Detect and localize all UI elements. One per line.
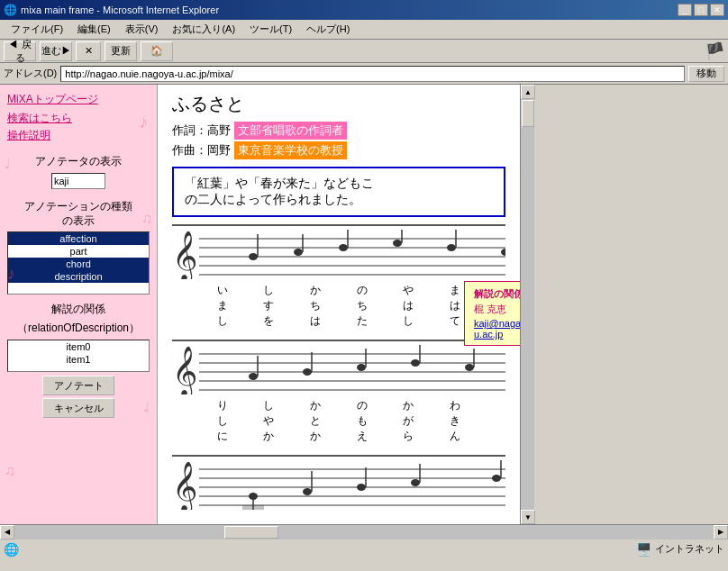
- address-bar: アドレス(D) 移動: [0, 63, 728, 85]
- description-box: 「紅葉」や「春が来た」などもこ の二人によって作られました。: [172, 167, 505, 217]
- annotate-button[interactable]: アノテート: [42, 376, 114, 395]
- svg-point-61: [357, 484, 366, 491]
- staff-section-3: 𝄞: [172, 455, 505, 510]
- staff-svg-3: 𝄞: [172, 460, 505, 510]
- scroll-thumb[interactable]: [522, 100, 534, 127]
- close-button[interactable]: ✕: [710, 4, 724, 16]
- annotation-type-affection[interactable]: affection: [8, 232, 149, 245]
- lyric-cell-2b: し や か: [246, 398, 291, 444]
- staff-svg-1: 𝄞: [172, 230, 505, 279]
- cancel-button[interactable]: キャンセル: [42, 398, 114, 418]
- relation-listbox[interactable]: item0 item1: [7, 340, 150, 372]
- lyricist-label: 作詞：: [172, 122, 207, 139]
- menu-bar: ファイル(F) 編集(E) 表示(V) お気に入り(A) ツール(T) ヘルプ(…: [0, 20, 728, 40]
- go-button[interactable]: 移動: [688, 66, 724, 82]
- description-text1: 「紅葉」や「春が来た」などもこ: [185, 176, 493, 192]
- lyrics-row-2: り し に し や か か と か の: [172, 398, 505, 444]
- svg-point-12: [393, 240, 402, 247]
- minimize-button[interactable]: _: [678, 4, 692, 16]
- staff-lines-2: 𝄞: [172, 345, 505, 394]
- annotation-input[interactable]: [51, 173, 105, 189]
- composer-info: 作詞： 高野 文部省唱歌の作詞者 作曲： 岡野 東京音楽学校の教授: [172, 122, 505, 159]
- lyrics-row-1: い ま し し す を か ち は の: [172, 283, 505, 329]
- ie-toolbar: ◀ 戻る 進む▶ ✕ 更新 🏠 🏴: [0, 40, 728, 63]
- lyricist-highlight[interactable]: 文部省唱歌の作詞者: [234, 122, 347, 140]
- annotation-type-part[interactable]: part: [8, 245, 149, 258]
- relation-item1[interactable]: item1: [8, 353, 149, 366]
- composer-label: 作曲：: [172, 142, 207, 159]
- staff-section-1: 𝄞: [172, 224, 505, 329]
- scroll-track[interactable]: [521, 99, 534, 510]
- staff-section-2: 𝄞: [172, 340, 505, 444]
- svg-point-14: [447, 244, 456, 251]
- scroll-down-button[interactable]: ▼: [521, 510, 535, 524]
- annotation-type-listbox[interactable]: affection part chord description: [7, 231, 150, 295]
- title-bar: 🌐 mixa main frame - Microsoft Internet E…: [0, 0, 728, 20]
- intranet-icon: 🖥️: [636, 542, 651, 557]
- back-button[interactable]: ◀ 戻る: [4, 41, 36, 61]
- address-input[interactable]: [60, 66, 685, 82]
- relation-section: 解説の関係 （relationOfDescription） item0 item…: [7, 302, 150, 418]
- menu-favorites[interactable]: お気に入り(A): [165, 21, 242, 38]
- horizontal-scrollbar[interactable]: ◀ ▶: [0, 524, 728, 539]
- popup-email[interactable]: kaji@nagao.nuie.nagoya-u.ac.jp: [474, 318, 520, 340]
- lyric-cell-3b: か と か: [293, 398, 338, 444]
- staff-lines-3: 𝄞: [172, 460, 505, 510]
- vertical-scrollbar[interactable]: ▲ ▼: [520, 85, 534, 524]
- operation-link[interactable]: 操作説明: [7, 128, 150, 143]
- menu-edit[interactable]: 編集(E): [70, 21, 118, 38]
- top-page-link[interactable]: MiXAトップページ: [7, 92, 150, 107]
- lyric-cell-4a: の ち た: [340, 283, 385, 329]
- relation-sublabel: （relationOfDescription）: [7, 321, 150, 336]
- lyric-cell-5b: か が ら: [386, 398, 431, 444]
- svg-point-33: [303, 368, 312, 376]
- h-scroll-track[interactable]: [14, 525, 714, 539]
- relation-item0[interactable]: item0: [8, 340, 149, 353]
- lyric-cell-1b: り し に: [200, 398, 245, 444]
- svg-point-8: [294, 249, 303, 256]
- annotation-type-description[interactable]: description: [8, 270, 149, 283]
- menu-view[interactable]: 表示(V): [118, 21, 166, 38]
- menu-tools[interactable]: ツール(T): [242, 21, 299, 38]
- stop-button[interactable]: ✕: [76, 41, 101, 61]
- scroll-up-button[interactable]: ▲: [521, 85, 535, 99]
- search-link[interactable]: 検索はこちら: [7, 111, 150, 126]
- svg-point-37: [411, 359, 420, 367]
- composer-name: 岡野: [207, 142, 231, 159]
- annotation-type-chord[interactable]: chord: [8, 258, 149, 270]
- annotation-type-section: アノテーションの種類の表示 affection part chord descr…: [7, 200, 150, 295]
- menu-help[interactable]: ヘルプ(H): [299, 21, 357, 38]
- description-text2: の二人によって作られました。: [185, 192, 493, 208]
- lyric-cell-1a: い ま し: [200, 283, 245, 329]
- h-scroll-thumb[interactable]: [224, 526, 278, 539]
- popup-box: 解説の関係 棍 克恵 kaji@nagao.nuie.nagoya-u.ac.j…: [464, 281, 520, 346]
- menu-file[interactable]: ファイル(F): [4, 21, 70, 38]
- svg-text:𝄞: 𝄞: [172, 346, 197, 394]
- status-icon: 🌐: [4, 542, 19, 557]
- lyricist-name: 高野: [207, 122, 231, 139]
- annotation-display-label: アノテータの表示: [7, 154, 150, 169]
- window-icon: 🌐: [4, 4, 17, 16]
- lyric-cell-2a: し す を: [246, 283, 291, 329]
- intranet-label: イントラネット: [655, 542, 724, 556]
- popup-name: 棍 克恵: [474, 303, 520, 316]
- windows-flag-icon: 🏴: [705, 41, 724, 61]
- home-button[interactable]: 🏠: [141, 41, 173, 61]
- staff-lines-1: 𝄞: [172, 230, 505, 279]
- lyric-cell-4b: の も え: [340, 398, 385, 444]
- refresh-button[interactable]: 更新: [105, 41, 137, 61]
- sidebar: ♪ ♩ ♫ ♪ ♩ ♫ MiXAトップページ 検索はこちら 操作説明 アノテータ…: [0, 85, 158, 524]
- svg-point-65: [492, 475, 501, 482]
- maximize-button[interactable]: □: [694, 4, 708, 16]
- svg-point-59: [303, 488, 312, 495]
- lyric-cell-6b: わ き ん: [432, 398, 478, 444]
- composer-highlight[interactable]: 東京音楽学校の教授: [234, 141, 347, 159]
- scroll-right-button[interactable]: ▶: [714, 525, 728, 539]
- annotation-type-label: アノテーションの種類の表示: [7, 200, 150, 228]
- status-left: 🌐: [4, 542, 636, 557]
- content-scroll-area: ふるさと 作詞： 高野 文部省唱歌の作詞者 作曲： 岡野 東京音楽学校の教授 「…: [158, 85, 534, 524]
- song-title: ふるさと: [172, 92, 505, 116]
- scroll-left-button[interactable]: ◀: [0, 525, 14, 539]
- forward-button[interactable]: 進む▶: [40, 41, 72, 61]
- address-label: アドレス(D): [4, 67, 57, 80]
